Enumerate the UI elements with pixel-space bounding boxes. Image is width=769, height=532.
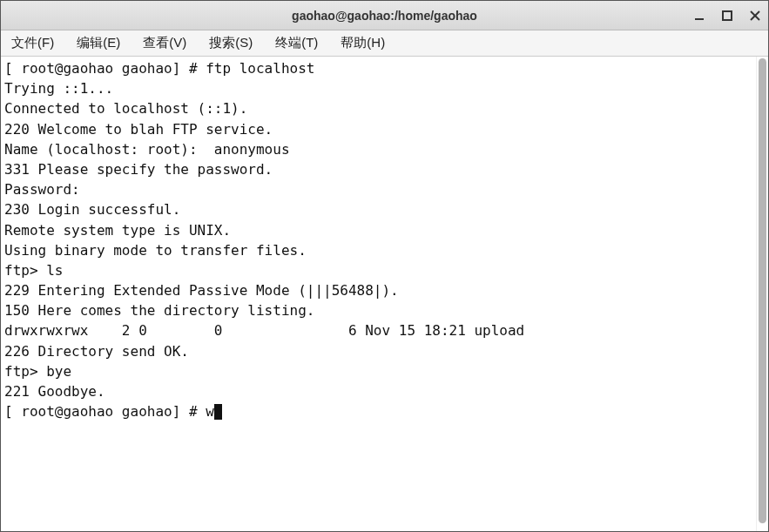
- close-icon: [749, 10, 761, 22]
- menu-terminal[interactable]: 终端(T): [272, 33, 321, 53]
- terminal-output[interactable]: [ root@gaohao gaohao] # ftp localhost Tr…: [1, 57, 756, 531]
- maximize-button[interactable]: [719, 8, 735, 24]
- menu-edit[interactable]: 编辑(E): [73, 33, 124, 53]
- terminal-window: gaohao@gaohao:/home/gaohao 文件(F) 编辑(E) 查…: [0, 0, 769, 532]
- window-title: gaohao@gaohao:/home/gaohao: [1, 9, 768, 23]
- maximize-icon: [721, 10, 733, 22]
- menu-help[interactable]: 帮助(H): [337, 33, 388, 53]
- titlebar: gaohao@gaohao:/home/gaohao: [1, 1, 768, 30]
- menu-file[interactable]: 文件(F): [8, 33, 57, 53]
- minimize-button[interactable]: [691, 8, 707, 24]
- minimize-icon: [693, 10, 705, 22]
- menubar: 文件(F) 编辑(E) 查看(V) 搜索(S) 终端(T) 帮助(H): [1, 30, 768, 57]
- scrollbar-thumb[interactable]: [759, 58, 766, 523]
- terminal-area: [ root@gaohao gaohao] # ftp localhost Tr…: [1, 57, 768, 531]
- cursor: [214, 404, 222, 420]
- close-button[interactable]: [747, 8, 763, 24]
- menu-search[interactable]: 搜索(S): [206, 33, 256, 53]
- menu-view[interactable]: 查看(V): [139, 33, 190, 53]
- window-controls: [691, 8, 763, 24]
- svg-rect-1: [723, 11, 732, 20]
- scrollbar[interactable]: [756, 57, 768, 531]
